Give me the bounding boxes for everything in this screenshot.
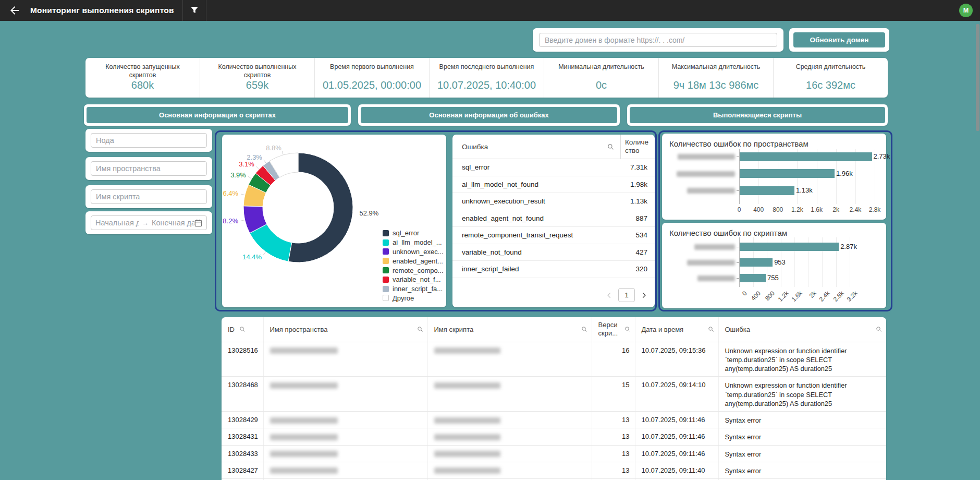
kpi-item: Количество выполненных скриптов 659k: [200, 58, 314, 98]
legend-swatch: [383, 230, 389, 236]
legend-item[interactable]: ai_llm_model_...: [383, 238, 444, 247]
x-tick-label: 2k: [808, 290, 818, 299]
x-tick-label: 1.2k: [776, 290, 790, 303]
table-row[interactable]: 13028431 13 10.07.2025, 09:11:46 Syntax …: [222, 428, 886, 445]
error-row[interactable]: ai_llm_model_not_found 1.98k: [452, 176, 655, 194]
cell-script-redacted: [427, 445, 592, 462]
cell-error: Unknown expression or function identifie…: [718, 377, 886, 412]
error-row[interactable]: inner_script_failed 320: [452, 261, 655, 278]
column-header: Имя скрипта: [427, 317, 592, 342]
refresh-domain-button[interactable]: Обновить домен: [793, 32, 885, 47]
date-end-placeholder[interactable]: Конечная да: [152, 219, 194, 227]
back-icon[interactable]: [8, 4, 21, 17]
search-icon[interactable]: [624, 326, 631, 332]
table-row[interactable]: 13028429 13 10.07.2025, 09:11:46 Syntax …: [222, 412, 886, 428]
cell-id: 13028427: [222, 462, 263, 478]
cell-space-redacted: [263, 412, 427, 428]
error-table-header: Ошибка Количе ство: [452, 135, 655, 159]
filter-icon[interactable]: [190, 6, 199, 15]
kpi-value: 0с: [596, 79, 607, 94]
error-row[interactable]: sql_error 7.31k: [452, 159, 655, 176]
cell-error: Unknown expression or function identifie…: [718, 342, 886, 377]
legend-swatch: [383, 258, 389, 264]
label-leader-line: [264, 160, 266, 163]
x-tick-label: 2.4k: [818, 290, 831, 303]
domain-input-card: [533, 28, 783, 52]
date-start-placeholder[interactable]: Начальная д: [95, 219, 139, 227]
error-donut-card: 52.9%14.4%8.2%6.4%3.9%3.1%2.3%8.8% sql_e…: [222, 135, 446, 307]
search-icon[interactable]: [581, 326, 587, 332]
date-range-input[interactable]: Начальная д → Конечная да: [91, 215, 207, 230]
tab-button[interactable]: Основная информация о скриптах: [87, 107, 348, 123]
donut-percent-label: 8.2%: [223, 217, 238, 225]
next-page-icon[interactable]: [640, 292, 647, 299]
tab-card: Основная информация о скриптах: [84, 104, 351, 126]
legend-item[interactable]: inner_script_fa...: [383, 284, 444, 294]
kpi-value: 10.07.2025, 10:40:00: [437, 79, 536, 94]
cell-space-redacted: [263, 462, 427, 478]
errors-by-space-chart: 04008001.2k1.6k2k2.4k2.8k2.73k1.96k1.13k: [662, 134, 886, 220]
redacted-category-label: [678, 154, 735, 160]
executions-table-card: ID Имя пространства Имя скрипта Верси ск…: [222, 317, 886, 480]
error-table-body: sql_error 7.31k ai_llm_model_not_found 1…: [452, 159, 655, 278]
bar-value-label: 2.73k: [874, 152, 890, 160]
search-icon[interactable]: [876, 326, 882, 332]
cell-script-redacted: [427, 462, 592, 478]
cell-version: 13: [592, 428, 635, 445]
error-row[interactable]: enabled_agent_not_found 887: [452, 210, 655, 227]
error-row[interactable]: unknown_execution_result 1.13k: [452, 193, 655, 210]
x-tick-label: 2.4k: [850, 206, 862, 213]
table-row[interactable]: 13028468 15 10.07.2025, 09:14:10 Unknown…: [222, 377, 886, 412]
page-number[interactable]: 1: [618, 288, 635, 302]
search-icon[interactable]: [417, 326, 423, 332]
cell-id: 13028433: [222, 445, 263, 462]
error-name: unknown_execution_result: [452, 197, 620, 205]
search-icon[interactable]: [239, 326, 246, 332]
legend-item[interactable]: sql_error: [383, 229, 444, 238]
legend-item[interactable]: enabled_agent...: [383, 256, 444, 266]
table-row[interactable]: 13028433 13 10.07.2025, 09:11:46 Syntax …: [222, 445, 886, 462]
x-tick-label: 0: [738, 206, 741, 213]
bar: [740, 186, 794, 195]
search-icon[interactable]: [708, 326, 714, 332]
x-tick-label: 1.6k: [811, 206, 823, 213]
legend-swatch: [383, 267, 389, 273]
error-count: 534: [620, 231, 655, 239]
legend-item[interactable]: unknown_exec...: [383, 247, 444, 257]
bar: [740, 243, 839, 251]
error-count: 1.13k: [620, 197, 655, 205]
error-row[interactable]: variable_not_found 427: [452, 244, 655, 261]
cell-version: 13: [592, 462, 635, 478]
search-icon[interactable]: [607, 143, 614, 150]
node-input[interactable]: [91, 133, 207, 148]
filter-daterange-card: Начальная д → Конечная да: [85, 211, 212, 234]
redacted-category-label: [677, 171, 735, 177]
error-row[interactable]: remote_component_transit_request 534: [452, 227, 655, 244]
space-name-input[interactable]: [91, 161, 207, 176]
filter-script-card: [85, 185, 212, 208]
script-name-input[interactable]: [91, 189, 207, 204]
table-row[interactable]: 13028427 13 10.07.2025, 09:11:40 Syntax …: [222, 462, 886, 478]
calendar-icon[interactable]: [194, 219, 202, 227]
kpi-item: Максимальная длительность 9ч 18м 13с 986…: [658, 58, 773, 98]
tab-button[interactable]: Выполняющиеся скрипты: [630, 107, 885, 123]
prev-page-icon[interactable]: [606, 292, 613, 299]
redacted-category-label: [687, 260, 735, 266]
scrollbar-thumb[interactable]: [976, 24, 979, 131]
table-row[interactable]: 13028516 16 10.07.2025, 09:15:36 Unknown…: [222, 342, 886, 377]
label-leader-line: [241, 194, 244, 195]
cell-error: Syntax error: [718, 428, 886, 445]
errors-by-script-card: Количество ошибок по скриптам 04008001.2…: [662, 223, 886, 308]
cell-datetime: 10.07.2025, 09:11:46: [635, 445, 718, 462]
legend-item[interactable]: variable_not_f...: [383, 275, 444, 284]
bar-value-label: 755: [767, 274, 779, 282]
tab-button[interactable]: Основная информация об ошибках: [361, 107, 617, 123]
legend-item[interactable]: remote_compo...: [383, 266, 444, 275]
x-tick-label: 1.6k: [790, 290, 804, 303]
legend-label: unknown_exec...: [393, 248, 444, 256]
y-tick: [737, 190, 739, 191]
cell-error: Syntax error: [718, 462, 886, 478]
avatar[interactable]: M: [959, 4, 973, 17]
domain-input[interactable]: [539, 33, 777, 47]
legend-item[interactable]: Другое: [383, 294, 444, 303]
